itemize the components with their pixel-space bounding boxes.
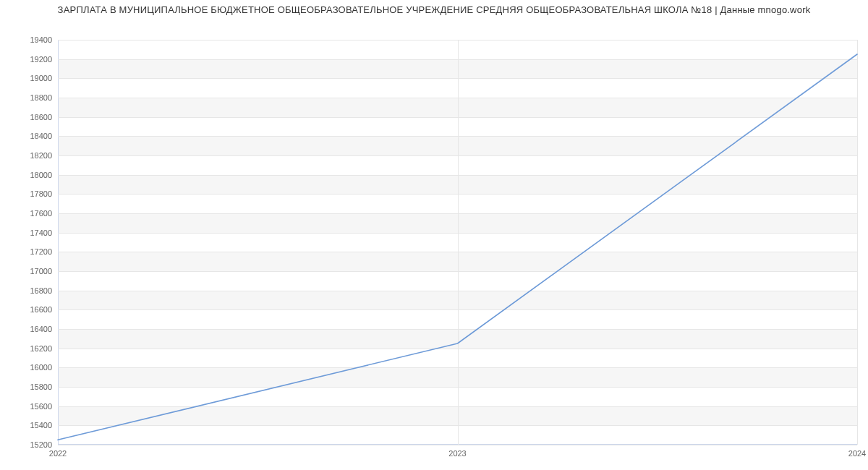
y-tick-label: 16800 (30, 286, 52, 295)
chart-container: ЗАРПЛАТА В МУНИЦИПАЛЬНОЕ БЮДЖЕТНОЕ ОБЩЕО… (0, 0, 868, 470)
y-tick-label: 16200 (30, 344, 52, 353)
series-line (58, 54, 857, 440)
chart-title: ЗАРПЛАТА В МУНИЦИПАЛЬНОЕ БЮДЖЕТНОЕ ОБЩЕО… (0, 4, 868, 15)
plot-area: 1520015400156001580016000162001640016600… (58, 40, 857, 445)
y-tick-label: 18400 (30, 132, 52, 140)
x-grid-line (857, 40, 858, 445)
y-tick-label: 18600 (30, 113, 52, 121)
y-tick-label: 17800 (30, 189, 52, 198)
x-tick-label: 2022 (49, 449, 67, 458)
y-tick-label: 16400 (30, 325, 52, 333)
y-tick-label: 19400 (30, 35, 52, 44)
y-tick-label: 16600 (30, 305, 52, 314)
y-tick-label: 19200 (30, 55, 52, 64)
y-tick-label: 15200 (30, 440, 52, 449)
x-tick-label: 2024 (848, 449, 866, 458)
y-tick-label: 17400 (30, 228, 52, 237)
y-tick-label: 15800 (30, 383, 52, 391)
y-tick-label: 19000 (30, 74, 52, 82)
y-tick-label: 17200 (30, 247, 52, 256)
y-tick-label: 17600 (30, 209, 52, 218)
y-tick-label: 15600 (30, 402, 52, 411)
x-tick-label: 2023 (448, 449, 466, 458)
y-tick-label: 18800 (30, 93, 52, 102)
y-tick-label: 16000 (30, 363, 52, 372)
y-grid-line (58, 445, 857, 445)
y-tick-label: 18200 (30, 151, 52, 160)
y-tick-label: 15400 (30, 421, 52, 430)
y-tick-label: 17000 (30, 267, 52, 275)
y-tick-label: 18000 (30, 171, 52, 179)
line-layer (58, 40, 857, 445)
